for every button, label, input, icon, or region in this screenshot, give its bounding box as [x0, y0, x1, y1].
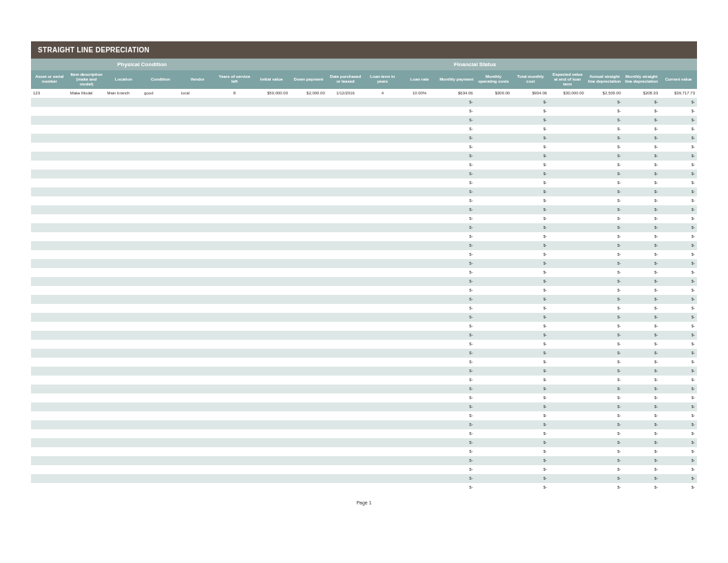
table-cell: $- — [623, 360, 661, 364]
table-cell: $- — [438, 154, 475, 158]
table-cell: $- — [586, 405, 623, 409]
table-cell: $- — [512, 449, 549, 453]
table-cell: $- — [586, 145, 623, 149]
table-cell: $- — [586, 315, 623, 319]
table-row: $-$-$-$-$- — [31, 259, 697, 268]
table-cell: $- — [512, 458, 549, 462]
table-cell: $- — [660, 369, 697, 373]
table-cell: $- — [512, 396, 549, 400]
table-cell: $- — [512, 297, 549, 301]
table-cell: $- — [623, 476, 661, 480]
table-row: 123Make ModelMain branchgoodlocal8$50,00… — [31, 89, 697, 98]
table-cell: $- — [586, 109, 623, 113]
column-header: Down payment — [290, 70, 327, 89]
table-row: $-$-$-$-$- — [31, 411, 697, 420]
table-cell: $- — [623, 243, 661, 247]
table-row: $-$-$-$-$- — [31, 277, 697, 286]
table-cell: $- — [512, 154, 549, 158]
column-header: Loan rate — [401, 70, 438, 89]
table-cell: $- — [438, 476, 475, 480]
table-row: $-$-$-$-$- — [31, 358, 697, 367]
table-cell: $- — [438, 413, 475, 418]
data-rows: 123Make ModelMain branchgoodlocal8$50,00… — [31, 89, 697, 492]
column-header: Monthly operating costs — [475, 70, 512, 89]
table-cell: $- — [660, 315, 697, 319]
table-row: $-$-$-$-$- — [31, 214, 697, 223]
column-header: Location — [105, 70, 142, 89]
table-row: $-$-$-$-$- — [31, 268, 697, 277]
table-cell: $- — [660, 485, 697, 489]
table-cell: $- — [512, 333, 549, 337]
table-cell: $- — [660, 163, 697, 167]
table-cell: $- — [512, 440, 549, 444]
column-header: Monthly payment — [438, 70, 475, 89]
table-cell: $- — [586, 458, 623, 462]
table-cell: $- — [512, 216, 549, 221]
table-cell: $- — [660, 422, 697, 427]
table-cell: Main branch — [105, 91, 142, 95]
table-row: $-$-$-$-$- — [31, 205, 697, 214]
table-cell: $- — [512, 118, 549, 122]
table-row: $-$-$-$-$- — [31, 152, 697, 161]
table-cell: $- — [438, 360, 475, 364]
table-cell: $- — [660, 118, 697, 122]
table-cell: $- — [660, 306, 697, 310]
table-cell: $- — [438, 234, 475, 238]
column-header: Current value — [660, 70, 697, 89]
table-cell: $- — [438, 333, 475, 337]
table-cell: $- — [512, 234, 549, 238]
table-cell: $- — [438, 207, 475, 212]
table-cell: $- — [438, 172, 475, 176]
table-cell: $- — [512, 225, 549, 229]
table-cell: $- — [438, 485, 475, 489]
table-cell: 10.00% — [401, 91, 438, 95]
table-row: $-$-$-$-$- — [31, 161, 697, 170]
table-cell: $- — [586, 342, 623, 346]
table-cell: $- — [438, 306, 475, 310]
table-cell: $- — [586, 360, 623, 364]
table-cell: $- — [586, 207, 623, 212]
table-cell: $- — [586, 190, 623, 194]
table-cell: $- — [438, 351, 475, 355]
table-cell: $- — [660, 297, 697, 301]
table-cell: $- — [438, 109, 475, 113]
table-cell: $- — [623, 297, 661, 301]
table-cell: $- — [586, 261, 623, 265]
table-cell: $- — [512, 145, 549, 149]
table-row: $-$-$-$-$- — [31, 134, 697, 143]
table-cell: $- — [660, 396, 697, 400]
table-cell: $- — [438, 190, 475, 194]
table-cell: $- — [438, 369, 475, 373]
table-cell: $- — [586, 378, 623, 382]
table-cell: $300.00 — [475, 91, 512, 95]
table-cell: $- — [438, 136, 475, 140]
table-cell: $- — [623, 431, 661, 436]
table-cell: $- — [623, 234, 661, 238]
table-cell: $- — [660, 207, 697, 212]
table-cell: $- — [512, 288, 549, 292]
table-row: $-$-$-$-$- — [31, 402, 697, 411]
table-row: $-$-$-$-$- — [31, 456, 697, 465]
table-cell: $- — [623, 136, 661, 140]
table-row: $-$-$-$-$- — [31, 286, 697, 295]
table-cell: $- — [586, 225, 623, 229]
table-cell: $- — [586, 127, 623, 131]
column-header: Annual straight line depreciation — [586, 70, 623, 89]
table-cell: $- — [623, 306, 661, 310]
table-cell: $- — [586, 351, 623, 355]
table-cell: $- — [623, 127, 661, 131]
table-cell: 8 — [216, 91, 253, 95]
table-row: $-$-$-$-$- — [31, 447, 697, 456]
table-cell: $- — [512, 485, 549, 489]
table-cell: $- — [586, 234, 623, 238]
table-cell: $- — [660, 145, 697, 149]
table-cell: $- — [438, 145, 475, 149]
table-cell: 4 — [364, 91, 401, 95]
table-cell: $- — [586, 297, 623, 301]
table-cell: $- — [623, 333, 661, 337]
table-cell: $- — [438, 261, 475, 265]
column-header: Loan term in years — [364, 70, 401, 89]
table-cell: $- — [438, 440, 475, 444]
table-row: $-$-$-$-$- — [31, 116, 697, 125]
table-cell: $- — [660, 333, 697, 337]
